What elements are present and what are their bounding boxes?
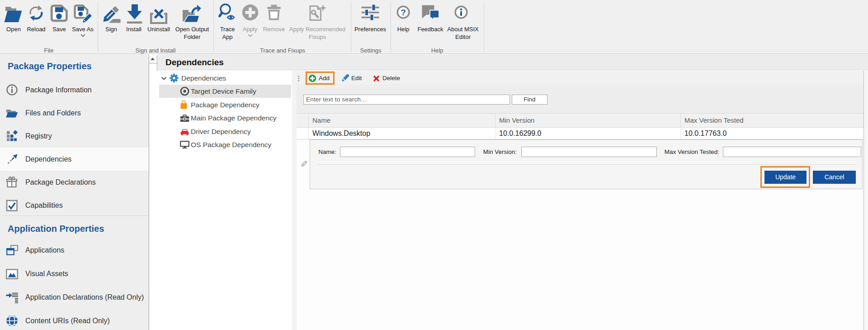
svg-text:?: ?: [401, 8, 406, 17]
